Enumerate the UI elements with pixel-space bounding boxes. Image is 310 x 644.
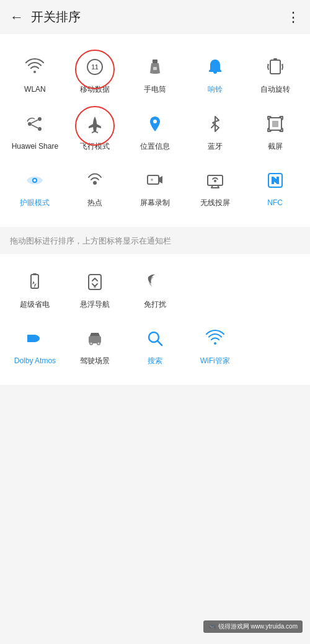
watermark: 🎮 锐得游戏网 www.ytruida.com — [203, 620, 303, 633]
icon-item-screen-record[interactable]: 屏幕录制 — [125, 157, 185, 214]
driving-icon-wrap — [81, 324, 109, 353]
svg-rect-4 — [270, 60, 280, 74]
icon-item-dnd[interactable]: 免打扰 — [125, 259, 185, 316]
ringtone-icon-wrap — [201, 53, 229, 81]
mobile-data-icon: 11 — [85, 57, 105, 77]
secondary-section: 超级省电 悬浮导航 免打扰 — [0, 254, 310, 385]
wlan-icon-wrap — [20, 53, 49, 81]
huawei-share-label: Huawei Share — [12, 142, 58, 152]
main-grid-section: WLAN 11 移动数据 手电筒 — [0, 34, 310, 227]
nfc-icon — [265, 170, 285, 190]
icon-item-wifi-manager[interactable]: WiFi管家 — [185, 315, 245, 373]
icon-item-airplane[interactable]: 飞行模式 — [65, 101, 125, 158]
hotspot-icon — [85, 170, 105, 190]
search-label: 搜索 — [148, 356, 162, 366]
wireless-project-icon — [205, 170, 225, 190]
location-icon-wrap — [141, 110, 169, 138]
screenshot-icon-wrap — [261, 110, 290, 138]
icon-item-screenshot[interactable]: 截屏 — [245, 101, 305, 158]
ringtone-icon — [205, 57, 225, 77]
icon-item-super-save[interactable]: 超级省电 — [5, 259, 65, 316]
svg-point-13 — [93, 181, 97, 185]
eye-care-icon-wrap — [20, 166, 49, 195]
icon-item-auto-rotate[interactable]: 自动旋转 — [245, 44, 305, 101]
icon-item-search[interactable]: 搜索 — [125, 315, 185, 373]
icon-item-driving[interactable]: 驾驶场景 — [65, 315, 125, 373]
wlan-icon — [25, 57, 45, 77]
svg-point-28 — [91, 343, 92, 345]
float-nav-label: 悬浮导航 — [80, 300, 110, 310]
flashlight-icon — [145, 57, 165, 77]
eye-care-label: 护眼模式 — [20, 198, 50, 208]
auto-rotate-label: 自动旋转 — [260, 85, 290, 95]
dolby-icon-wrap — [20, 324, 49, 353]
svg-text:11: 11 — [92, 64, 99, 71]
mobile-data-icon-wrap: 11 — [81, 53, 109, 81]
icon-item-dolby[interactable]: Dolby Atmos — [5, 315, 65, 373]
icon-item-float-nav[interactable]: 悬浮导航 — [65, 259, 125, 316]
icon-item-bluetooth[interactable]: 蓝牙 — [185, 101, 245, 158]
divider-hint: 拖动图标进行排序，上方图标将显示在通知栏 — [0, 227, 310, 253]
float-nav-icon-wrap — [81, 268, 109, 296]
icon-item-mobile-data[interactable]: 11 移动数据 — [65, 44, 125, 101]
screen-record-icon — [145, 170, 165, 190]
svg-rect-3 — [153, 67, 157, 70]
search-icon — [145, 329, 165, 348]
nfc-label: NFC — [267, 198, 283, 208]
icon-item-eye-care[interactable]: 护眼模式 — [5, 157, 65, 214]
auto-rotate-icon-wrap — [261, 53, 290, 81]
bluetooth-label: 蓝牙 — [208, 142, 223, 152]
more-button[interactable]: ⋮ — [286, 9, 300, 25]
mobile-data-label: 移动数据 — [80, 85, 110, 95]
svg-rect-10 — [272, 121, 278, 127]
icon-item-flashlight[interactable]: 手电筒 — [125, 44, 185, 101]
driving-icon — [85, 329, 105, 348]
svg-point-12 — [33, 179, 36, 182]
wireless-project-label: 无线投屏 — [200, 198, 230, 208]
icon-item-wireless-project[interactable]: 无线投屏 — [185, 157, 245, 214]
search-icon-wrap — [141, 324, 169, 353]
dnd-icon — [145, 272, 165, 292]
bluetooth-icon-wrap — [201, 110, 229, 138]
wifi-manager-label: WiFi管家 — [200, 356, 230, 366]
icon-item-wlan[interactable]: WLAN — [5, 44, 65, 101]
icon-item-ringtone[interactable]: 响铃 — [185, 44, 245, 101]
wireless-project-icon-wrap — [201, 166, 229, 195]
huawei-share-icon-wrap — [20, 110, 49, 138]
svg-point-6 — [38, 117, 42, 121]
ringtone-label: 响铃 — [208, 85, 223, 95]
wifi-manager-icon-wrap — [201, 324, 229, 353]
hotspot-icon-wrap — [81, 166, 109, 195]
screen-record-icon-wrap — [141, 166, 169, 195]
icon-item-hotspot[interactable]: 热点 — [65, 157, 125, 214]
icon-item-nfc[interactable]: NFC — [245, 157, 305, 214]
icon-item-location[interactable]: 位置信息 — [125, 101, 185, 158]
super-save-icon — [25, 272, 45, 292]
svg-point-29 — [98, 343, 100, 345]
dolby-label: Dolby Atmos — [14, 356, 56, 366]
airplane-label: 飞行模式 — [80, 142, 110, 152]
hotspot-label: 热点 — [87, 198, 102, 208]
super-save-label: 超级省电 — [20, 300, 50, 310]
svg-point-8 — [153, 120, 157, 123]
wlan-label: WLAN — [24, 85, 46, 95]
screen-record-label: 屏幕录制 — [140, 198, 170, 208]
auto-rotate-icon — [265, 57, 285, 77]
flashlight-icon-wrap — [141, 53, 169, 81]
secondary-grid: 超级省电 悬浮导航 免打扰 — [5, 259, 305, 373]
back-button[interactable]: ← — [10, 9, 24, 25]
watermark-text: 锐得游戏网 www.ytruida.com — [218, 622, 298, 631]
header: ← 开关排序 ⋮ — [0, 0, 310, 34]
icon-item-huawei-share[interactable]: Huawei Share — [5, 101, 65, 158]
svg-rect-2 — [153, 60, 157, 63]
svg-point-5 — [28, 122, 32, 126]
screenshot-icon — [265, 114, 285, 134]
page-title: 开关排序 — [31, 9, 286, 25]
nfc-icon-wrap — [261, 166, 290, 195]
svg-point-15 — [151, 179, 153, 181]
watermark-icon: 🎮 — [208, 624, 216, 630]
bluetooth-icon — [205, 114, 225, 134]
flashlight-label: 手电筒 — [144, 85, 166, 95]
svg-point-7 — [38, 127, 42, 131]
dnd-label: 免打扰 — [144, 300, 166, 310]
